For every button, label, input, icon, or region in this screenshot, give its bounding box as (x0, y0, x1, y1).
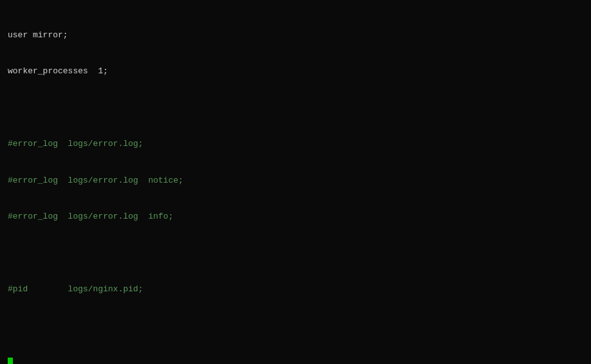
code-line: worker_processes 1; (8, 66, 583, 78)
code-line: #error_log logs/error.log; (8, 138, 583, 150)
code-line: user mirror; (8, 30, 583, 42)
empty-line (8, 248, 583, 260)
empty-line (8, 320, 583, 332)
empty-line (8, 102, 583, 114)
code-line: #error_log logs/error.log info; (8, 211, 583, 223)
cursor-line-container (8, 356, 583, 364)
code-editor[interactable]: user mirror; worker_processes 1; #error_… (0, 0, 591, 364)
text-cursor (8, 358, 13, 364)
code-line: #pid logs/nginx.pid; (8, 284, 583, 296)
code-line: #error_log logs/error.log notice; (8, 175, 583, 187)
